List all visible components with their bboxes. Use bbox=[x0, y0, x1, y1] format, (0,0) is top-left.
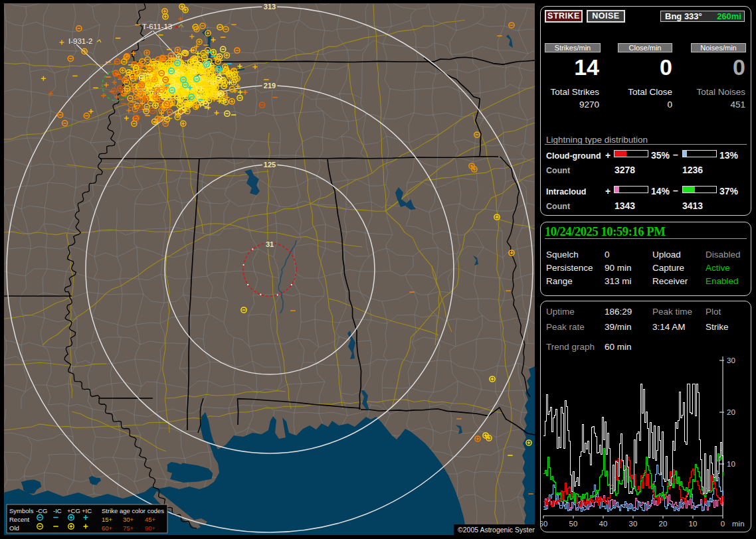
svg-text:30: 30 bbox=[629, 520, 638, 528]
svg-text:Old: Old bbox=[9, 524, 19, 532]
svg-text:min: min bbox=[732, 520, 745, 528]
svg-text:75+: 75+ bbox=[123, 524, 134, 532]
svg-text:20: 20 bbox=[727, 408, 735, 416]
svg-text:-CG: -CG bbox=[36, 507, 47, 514]
svg-text:+CG: +CG bbox=[67, 507, 80, 514]
svg-text:+IC: +IC bbox=[82, 507, 92, 514]
svg-text:-IC: -IC bbox=[53, 507, 62, 514]
svg-text:60+: 60+ bbox=[102, 524, 113, 532]
svg-text:125: 125 bbox=[264, 161, 276, 169]
svg-text:60: 60 bbox=[541, 520, 547, 528]
svg-text:30+: 30+ bbox=[123, 516, 134, 523]
svg-text:Strike age color codes: Strike age color codes bbox=[102, 507, 164, 514]
svg-text:T-611-13: T-611-13 bbox=[142, 23, 172, 31]
svg-text:90+: 90+ bbox=[145, 524, 156, 532]
svg-text:313: 313 bbox=[264, 3, 276, 11]
svg-text:0: 0 bbox=[721, 520, 725, 528]
svg-text:40: 40 bbox=[599, 520, 608, 528]
svg-text:©2005 Astrogenic Systems: ©2005 Astrogenic Systems bbox=[458, 526, 535, 534]
svg-text:Recent: Recent bbox=[9, 516, 29, 523]
svg-text:45+: 45+ bbox=[145, 516, 156, 523]
svg-text:15+: 15+ bbox=[102, 516, 113, 523]
svg-text:20: 20 bbox=[659, 520, 668, 528]
svg-text:30: 30 bbox=[727, 356, 735, 364]
svg-text:31: 31 bbox=[266, 240, 274, 248]
svg-text:50: 50 bbox=[569, 520, 578, 528]
svg-text:10: 10 bbox=[727, 460, 735, 468]
svg-text:10: 10 bbox=[689, 520, 698, 528]
svg-text:Symbols: Symbols bbox=[9, 507, 34, 514]
svg-text:219: 219 bbox=[264, 82, 276, 90]
svg-text:I-931-2: I-931-2 bbox=[68, 37, 92, 45]
